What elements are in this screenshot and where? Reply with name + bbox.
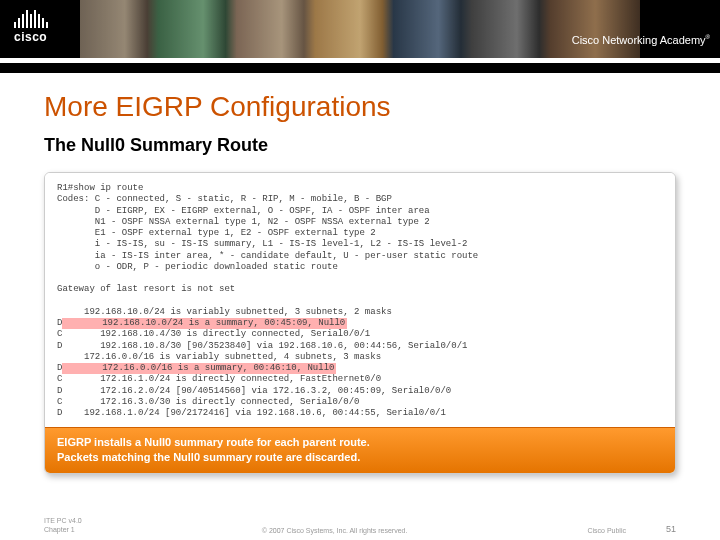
route-line: C 172.16.3.0/30 is directly connected, S… (57, 397, 359, 407)
footer-copyright: © 2007 Cisco Systems, Inc. All rights re… (82, 527, 588, 534)
slide-title: More EIGRP Configurations (44, 91, 676, 123)
footer-chapter: Chapter 1 (44, 525, 82, 534)
route-line: D 192.168.10.8/30 [90/3523840] via 192.1… (57, 341, 467, 351)
route-line: D 172.16.2.0/24 [90/40514560] via 172.16… (57, 386, 451, 396)
route-line: C 192.168.10.4/30 is directly connected,… (57, 329, 370, 339)
cisco-bars-icon (14, 10, 48, 28)
code-line: Codes: C - connected, S - static, R - RI… (57, 194, 392, 204)
slide-subtitle: The Null0 Summary Route (44, 135, 676, 156)
brand-text: cisco (14, 30, 48, 44)
code-line: o - ODR, P - periodic downloaded static … (57, 262, 338, 272)
code-line: N1 - OSPF NSSA external type 1, N2 - OSP… (57, 217, 430, 227)
route-line: 192.168.10.0/24 is variably subnetted, 3… (57, 307, 392, 317)
slide-footer: ITE PC v4.0 Chapter 1 © 2007 Cisco Syste… (0, 516, 720, 534)
route-line-highlight: 172.16.0.0/16 is a summary, 00:46:10, Nu… (62, 363, 336, 374)
footer-page-number: 51 (666, 524, 676, 534)
code-line: ia - IS-IS inter area, * - candidate def… (57, 251, 478, 261)
terminal-output: R1#show ip route Codes: C - connected, S… (45, 173, 675, 427)
route-line: D 192.168.1.0/24 [90/2172416] via 192.16… (57, 408, 446, 418)
cisco-logo: cisco (14, 10, 48, 44)
caption-line-1: EIGRP installs a Null0 summary route for… (57, 436, 663, 448)
terminal-panel: R1#show ip route Codes: C - connected, S… (44, 172, 676, 474)
footer-course: ITE PC v4.0 (44, 516, 82, 525)
code-line: D - EIGRP, EX - EIGRP external, O - OSPF… (57, 206, 430, 216)
code-line: E1 - OSPF external type 1, E2 - OSPF ext… (57, 228, 376, 238)
code-line: i - IS-IS, su - IS-IS summary, L1 - IS-I… (57, 239, 467, 249)
black-strip (0, 63, 720, 73)
route-line: 172.16.0.0/16 is variably subnetted, 4 s… (57, 352, 381, 362)
caption-line-2: Packets matching the Null0 summary route… (57, 451, 663, 463)
slide-content: More EIGRP Configurations The Null0 Summ… (0, 73, 720, 474)
gateway-line: Gateway of last resort is not set (57, 284, 235, 294)
terminal-prompt: R1#show ip route (57, 183, 143, 193)
academy-label: Cisco Networking Academy® (572, 34, 710, 46)
route-line: C 172.16.1.0/24 is directly connected, F… (57, 374, 381, 384)
header-band: cisco Cisco Networking Academy® (0, 0, 720, 58)
caption-band: EIGRP installs a Null0 summary route for… (45, 427, 675, 473)
footer-classification: Cisco Public (587, 527, 626, 534)
header-photo-strip (80, 0, 640, 58)
footer-left: ITE PC v4.0 Chapter 1 (44, 516, 82, 534)
route-line-highlight: 192.168.10.0/24 is a summary, 00:45:09, … (62, 318, 347, 329)
